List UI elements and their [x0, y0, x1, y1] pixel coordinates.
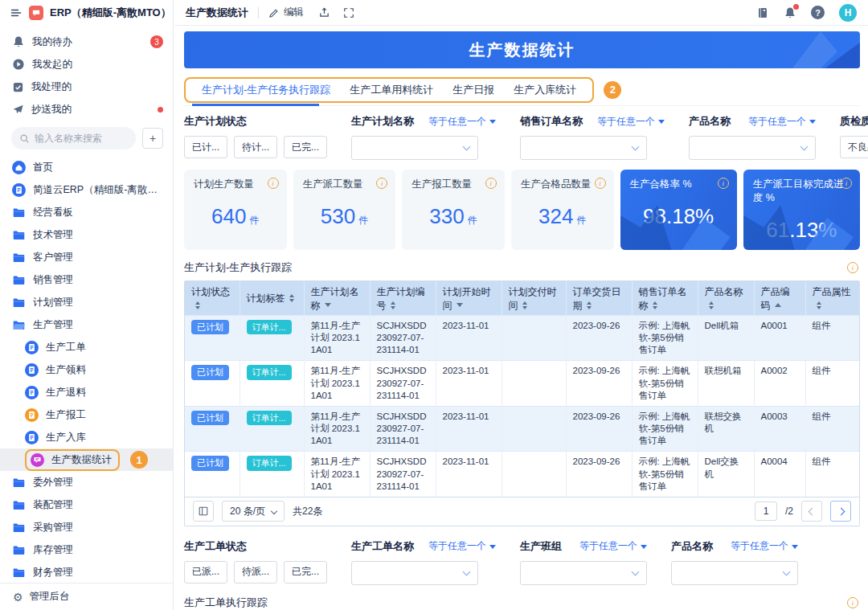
- sidebar-item-app[interactable]: 生产领料: [0, 358, 173, 381]
- info-icon[interactable]: i: [718, 178, 729, 189]
- filter-option-button[interactable]: 已派...: [184, 561, 227, 583]
- sidebar-item-app[interactable]: 生产工单: [0, 336, 173, 358]
- sort-icon[interactable]: [391, 301, 395, 309]
- table-row[interactable]: 已计划订单计...第11月-生产计划 2023.11A01SCJHXSDD230…: [185, 361, 859, 407]
- notifications-bell-icon[interactable]: [784, 6, 796, 19]
- filter-select[interactable]: [520, 136, 647, 160]
- help-icon[interactable]: ?: [811, 6, 825, 19]
- table-row[interactable]: 已计划订单计...第11月-生产计划 2023.11A01SCJHXSDD230…: [185, 406, 859, 452]
- folder-icon: [12, 498, 26, 512]
- column-header[interactable]: 生产计划编号: [370, 281, 436, 315]
- admin-console-link[interactable]: 管理后台: [30, 590, 70, 604]
- sidebar-item-folder[interactable]: 经营看板: [0, 201, 173, 223]
- sort-desc-icon[interactable]: [325, 303, 331, 307]
- table-row[interactable]: 已计划订单计...第11月-生产计划 2023.11A01SCJHXSDD230…: [185, 452, 859, 497]
- sidebar-item-folder[interactable]: 采购管理: [0, 516, 173, 538]
- filter-operator[interactable]: 等于任意一个: [597, 115, 665, 129]
- page-size-select[interactable]: 20 条/页: [222, 501, 285, 522]
- sidebar-item-folder[interactable]: 库存管理: [0, 538, 173, 561]
- sidebar-item-folder[interactable]: 财务管理: [0, 561, 173, 583]
- page-number-input[interactable]: 1: [755, 502, 777, 521]
- sidebar-item-folder[interactable]: 技术管理: [0, 223, 173, 246]
- filter-operator[interactable]: 等于任意一个: [731, 539, 798, 553]
- filter-operator[interactable]: 等于任意一个: [579, 539, 647, 553]
- filter-select[interactable]: [520, 561, 647, 585]
- sidebar-item-app[interactable]: 生产入库: [0, 426, 173, 448]
- sidebar-quick-item[interactable]: 抄送我的: [0, 98, 173, 121]
- share-button[interactable]: [318, 6, 330, 18]
- sidebar-quick-item[interactable]: 我处理的: [0, 76, 173, 98]
- sidebar-item-folder[interactable]: 委外管理: [0, 471, 173, 493]
- tag-badge: 订单计...: [247, 456, 292, 471]
- changelog-icon[interactable]: [756, 6, 769, 19]
- sidebar-item-folder[interactable]: 生产管理: [0, 313, 173, 336]
- column-header[interactable]: 产品属性: [805, 281, 859, 315]
- column-header[interactable]: 计划标签: [240, 281, 304, 315]
- add-app-button[interactable]: +: [142, 128, 163, 149]
- collapse-sidebar-icon[interactable]: [10, 6, 23, 19]
- sort-icon[interactable]: [653, 301, 657, 309]
- table-cell: 组件: [805, 406, 859, 452]
- tab[interactable]: 生产工单用料统计: [340, 83, 443, 97]
- sort-icon[interactable]: [289, 294, 294, 302]
- tab-active[interactable]: 生产计划-生产任务执行跟踪: [192, 83, 340, 97]
- info-icon[interactable]: i: [485, 178, 497, 189]
- tab[interactable]: 生产入库统计: [504, 83, 586, 97]
- fullscreen-button[interactable]: [343, 7, 354, 18]
- column-header[interactable]: 计划开始时间: [436, 281, 502, 315]
- prev-page-button[interactable]: [801, 501, 822, 522]
- filter-option-button[interactable]: 已完...: [284, 561, 327, 583]
- filter-operator[interactable]: 等于任意一个: [748, 115, 816, 129]
- edit-button[interactable]: 编辑: [268, 6, 304, 19]
- column-header[interactable]: 销售订单名称: [632, 281, 698, 315]
- info-icon[interactable]: i: [847, 262, 858, 273]
- sidebar-item-app[interactable]: 简道云ERP（精细版-离散MTO）「...: [0, 178, 173, 201]
- info-icon[interactable]: i: [268, 178, 279, 189]
- sort-icon[interactable]: [709, 301, 714, 309]
- sidebar-item-folder[interactable]: 计划管理: [0, 291, 173, 313]
- sidebar-quick-item[interactable]: 我发起的: [0, 53, 173, 76]
- info-icon[interactable]: i: [595, 178, 606, 189]
- filter-option-button[interactable]: 待派...: [234, 561, 277, 583]
- filter-option-button[interactable]: 待计...: [234, 136, 277, 158]
- filter-select[interactable]: [351, 136, 478, 160]
- filter-operator[interactable]: 等于任意一个: [428, 539, 496, 553]
- column-header[interactable]: 订单交货日期: [566, 281, 632, 315]
- sort-icon[interactable]: [587, 301, 592, 309]
- sidebar-item-app[interactable]: 首页: [0, 156, 173, 178]
- column-header[interactable]: 计划交付时间: [502, 281, 566, 315]
- filter-operator[interactable]: 等于任意一个: [428, 115, 496, 129]
- info-icon[interactable]: i: [841, 178, 852, 189]
- sort-desc-icon[interactable]: [457, 303, 463, 307]
- tab[interactable]: 生产日报: [443, 83, 504, 97]
- sidebar-item-folder[interactable]: 装配管理: [0, 493, 173, 516]
- sidebar-item-folder[interactable]: 销售管理: [0, 268, 173, 291]
- sidebar-item-app[interactable]: 生产报工: [0, 403, 173, 426]
- info-icon[interactable]: i: [847, 597, 858, 608]
- table-cell: 已计划: [185, 315, 240, 361]
- sidebar-item-app[interactable]: 生产退料: [0, 381, 173, 403]
- stat-unit: 件: [468, 215, 477, 226]
- column-settings-icon[interactable]: [193, 501, 214, 522]
- filter-select[interactable]: [689, 136, 816, 160]
- filter-option-button[interactable]: 不良品: [840, 136, 868, 158]
- table-row[interactable]: 已计划订单计...第11月-生产计划 2023.11A01SCJHXSDD230…: [185, 315, 859, 361]
- next-page-button[interactable]: [830, 501, 851, 522]
- sort-icon[interactable]: [817, 301, 821, 309]
- search-input[interactable]: 输入名称来搜索: [11, 127, 136, 149]
- sidebar-quick-item[interactable]: 我的待办3: [0, 31, 173, 53]
- sidebar-item-app[interactable]: 生产数据统计1: [0, 448, 173, 471]
- sort-icon[interactable]: [195, 301, 200, 309]
- column-header[interactable]: 计划状态: [185, 281, 240, 315]
- column-header[interactable]: 产品编码: [754, 281, 805, 315]
- filter-select[interactable]: [671, 561, 798, 585]
- sort-asc-icon[interactable]: [775, 303, 781, 307]
- sort-icon[interactable]: [522, 301, 527, 309]
- avatar[interactable]: H: [839, 4, 857, 22]
- filter-select[interactable]: [351, 561, 478, 585]
- column-header[interactable]: 产品名称: [698, 281, 754, 315]
- filter-option-button[interactable]: 已完...: [284, 136, 327, 158]
- filter-option-button[interactable]: 已计...: [184, 136, 227, 158]
- column-header[interactable]: 生产计划名称: [304, 281, 370, 315]
- sidebar-item-folder[interactable]: 客户管理: [0, 246, 173, 268]
